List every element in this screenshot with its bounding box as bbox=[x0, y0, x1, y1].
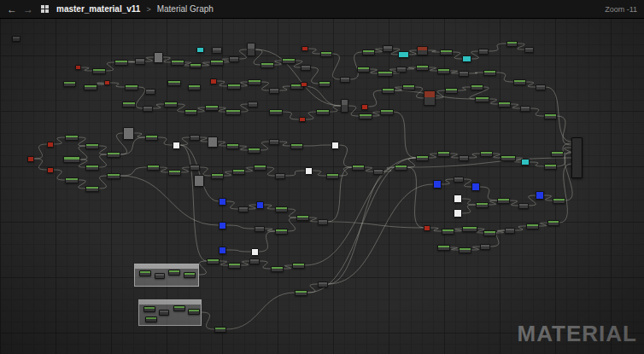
node-expression[interactable] bbox=[135, 58, 145, 65]
node-expression[interactable] bbox=[301, 65, 311, 71]
node-parameter[interactable] bbox=[553, 198, 565, 204]
node-expression[interactable] bbox=[454, 177, 464, 183]
node-parameter[interactable] bbox=[483, 230, 496, 236]
node-parameter[interactable] bbox=[227, 84, 241, 90]
node-parameter[interactable] bbox=[440, 49, 453, 55]
node-parameter[interactable] bbox=[352, 165, 365, 171]
node-constant-teal[interactable] bbox=[196, 47, 204, 53]
node-parameter[interactable] bbox=[173, 305, 185, 311]
node-expression[interactable] bbox=[459, 71, 469, 77]
node-panel[interactable] bbox=[123, 127, 134, 140]
node-expression[interactable] bbox=[520, 106, 530, 112]
node-parameter[interactable] bbox=[107, 173, 120, 179]
node-constant-teal[interactable] bbox=[462, 55, 471, 62]
node-constant-red[interactable] bbox=[104, 80, 110, 85]
node-expression[interactable] bbox=[190, 165, 200, 171]
node-parameter[interactable] bbox=[261, 62, 274, 68]
node-expression[interactable] bbox=[536, 84, 546, 90]
node-expression[interactable] bbox=[459, 155, 469, 161]
node-parameter[interactable] bbox=[296, 215, 309, 221]
node-constant-white[interactable] bbox=[454, 194, 462, 203]
node-parameter[interactable] bbox=[498, 102, 511, 107]
node-expression[interactable] bbox=[518, 203, 529, 209]
node-parameter[interactable] bbox=[480, 151, 493, 157]
node-constant-teal[interactable] bbox=[521, 159, 530, 165]
node-expression[interactable] bbox=[249, 258, 260, 264]
node-parameter[interactable] bbox=[184, 272, 196, 278]
node-parameter[interactable] bbox=[63, 81, 76, 87]
node-constant-white[interactable] bbox=[305, 167, 313, 175]
node-constant-red[interactable] bbox=[301, 82, 307, 87]
node-expression[interactable] bbox=[269, 88, 279, 94]
node-constant-red[interactable] bbox=[75, 65, 81, 70]
node-parameter[interactable] bbox=[382, 88, 395, 94]
node-parameter[interactable] bbox=[320, 51, 332, 57]
node-constant-white[interactable] bbox=[251, 248, 259, 256]
node-parameter[interactable] bbox=[316, 109, 330, 115]
node-parameter[interactable] bbox=[476, 202, 489, 208]
node-parameter[interactable] bbox=[442, 229, 454, 235]
back-button[interactable]: ← bbox=[7, 4, 17, 15]
node-parameter[interactable] bbox=[475, 96, 489, 102]
node-constant-white[interactable] bbox=[454, 209, 462, 218]
node-parameter[interactable] bbox=[147, 165, 160, 171]
node-parameter[interactable] bbox=[497, 198, 510, 204]
node-parameter[interactable] bbox=[210, 60, 224, 66]
node-parameter[interactable] bbox=[544, 113, 557, 119]
node-constant-red[interactable] bbox=[210, 78, 217, 84]
node-constant-white[interactable] bbox=[331, 142, 339, 149]
node-parameter[interactable] bbox=[544, 164, 557, 170]
node-parameter[interactable] bbox=[145, 135, 158, 141]
node-parameter[interactable] bbox=[326, 173, 339, 179]
node-parameter[interactable] bbox=[445, 88, 458, 94]
node-parameter[interactable] bbox=[378, 71, 393, 77]
node-expression[interactable] bbox=[143, 106, 153, 112]
node-expression[interactable] bbox=[269, 139, 279, 145]
node-parameter[interactable] bbox=[207, 258, 220, 264]
node-parameter[interactable] bbox=[395, 165, 407, 171]
node-parameter[interactable] bbox=[526, 223, 539, 229]
node-parameter[interactable] bbox=[292, 263, 305, 269]
node-parameter[interactable] bbox=[184, 109, 197, 115]
node-expression[interactable] bbox=[340, 77, 350, 83]
node-parameter[interactable] bbox=[65, 135, 79, 141]
node-parameter[interactable] bbox=[167, 80, 181, 86]
node-parameter[interactable] bbox=[228, 263, 241, 269]
node-parameter[interactable] bbox=[551, 151, 564, 157]
node-expression[interactable] bbox=[341, 99, 348, 113]
node-constant-blue[interactable] bbox=[471, 183, 480, 191]
node-parameter[interactable] bbox=[248, 148, 261, 154]
node-parameter[interactable] bbox=[125, 84, 138, 90]
node-parameter[interactable] bbox=[471, 84, 483, 90]
graph-canvas[interactable]: MATERIAL bbox=[0, 0, 644, 354]
node-constant-blue[interactable] bbox=[536, 191, 544, 200]
node-constant-blue[interactable] bbox=[219, 222, 226, 229]
node-parameter[interactable] bbox=[164, 102, 178, 107]
node-expression[interactable] bbox=[373, 169, 383, 175]
node-constant-red[interactable] bbox=[27, 156, 34, 162]
node-expression[interactable] bbox=[12, 36, 20, 42]
node-constant-blue[interactable] bbox=[433, 180, 442, 189]
node-constant-blue[interactable] bbox=[219, 198, 226, 206]
node-parameter[interactable] bbox=[85, 186, 99, 192]
node-expression[interactable] bbox=[275, 173, 285, 179]
node-parameter[interactable] bbox=[107, 152, 120, 158]
node-expression[interactable] bbox=[155, 273, 165, 279]
node-parameter[interactable] bbox=[437, 151, 450, 157]
node-parameter[interactable] bbox=[501, 155, 516, 161]
node-expression[interactable] bbox=[318, 281, 328, 287]
node-parameter[interactable] bbox=[402, 84, 415, 90]
node-expression[interactable] bbox=[159, 310, 169, 316]
node-parameter[interactable] bbox=[92, 68, 106, 74]
node-parameter[interactable] bbox=[225, 109, 241, 115]
node-constant-red[interactable] bbox=[47, 167, 54, 173]
node-expression[interactable] bbox=[212, 47, 222, 54]
node-constant-blue[interactable] bbox=[256, 201, 264, 209]
node-constant-red[interactable] bbox=[47, 142, 54, 148]
node-parameter[interactable] bbox=[269, 109, 283, 115]
node-parameter[interactable] bbox=[232, 169, 245, 175]
material-output-node[interactable] bbox=[571, 137, 583, 178]
node-expression[interactable] bbox=[238, 206, 249, 212]
node-expression[interactable] bbox=[229, 56, 239, 62]
node-parameter[interactable] bbox=[437, 245, 450, 251]
